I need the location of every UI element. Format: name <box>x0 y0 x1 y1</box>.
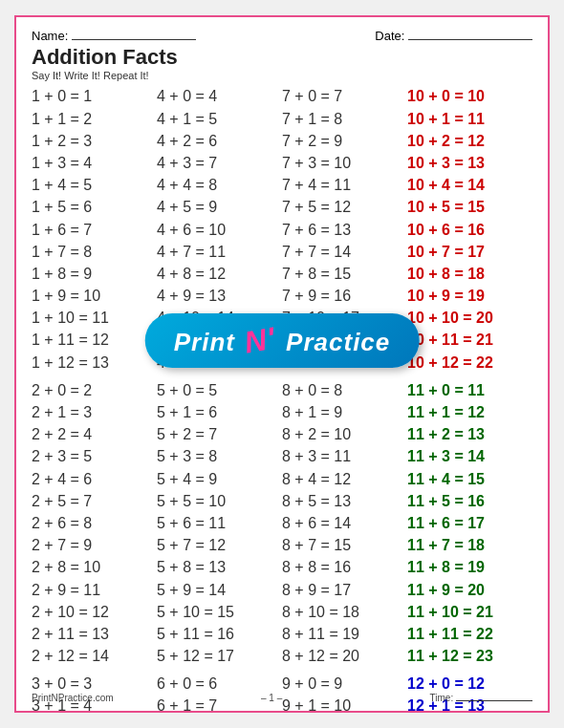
fact-item: 7 + 4 = 11 <box>282 174 407 196</box>
col-1-0: 2 + 0 = 22 + 1 = 32 + 2 = 42 + 3 = 52 + … <box>32 379 157 667</box>
fact-item: 11 + 4 = 15 <box>407 468 532 490</box>
fact-item: 3 + 0 = 3 <box>32 673 157 695</box>
fact-item: 4 + 1 = 5 <box>157 108 282 130</box>
fact-item: 2 + 0 = 2 <box>32 379 157 401</box>
fact-item: 1 + 5 = 6 <box>32 196 157 218</box>
fact-item: 4 + 9 = 13 <box>157 285 282 307</box>
fact-item: 10 + 3 = 13 <box>407 152 532 174</box>
fact-item: 8 + 5 = 13 <box>282 490 407 512</box>
fact-item: 8 + 2 = 10 <box>282 423 407 445</box>
fact-item: 6 + 0 = 6 <box>157 673 282 695</box>
fact-item: 7 + 2 = 9 <box>282 130 407 152</box>
fact-item: 4 + 4 = 8 <box>157 174 282 196</box>
fact-item: 1 + 2 = 3 <box>32 130 157 152</box>
fact-item: 2 + 1 = 3 <box>32 401 157 423</box>
fact-item: 11 + 11 = 22 <box>407 623 532 645</box>
fact-item: 4 + 7 = 11 <box>157 241 282 263</box>
col-1-1: 5 + 0 = 55 + 1 = 65 + 2 = 75 + 3 = 85 + … <box>157 379 282 667</box>
fact-item: 1 + 10 = 11 <box>32 307 157 329</box>
page-number: – 1 – <box>114 693 430 703</box>
fact-item: 2 + 12 = 14 <box>32 645 157 667</box>
fact-item: 4 + 6 = 10 <box>157 219 282 241</box>
fact-item: 2 + 2 = 4 <box>32 423 157 445</box>
fact-item: 8 + 0 = 8 <box>282 379 407 401</box>
fact-item: 2 + 8 = 10 <box>32 556 157 578</box>
fact-item: 8 + 3 = 11 <box>282 445 407 467</box>
fact-item: 7 + 0 = 7 <box>282 85 407 107</box>
col-1-2: 8 + 0 = 88 + 1 = 98 + 2 = 108 + 3 = 118 … <box>282 379 407 667</box>
fact-item: 1 + 6 = 7 <box>32 219 157 241</box>
fact-item: 2 + 9 = 11 <box>32 579 157 601</box>
fact-item: 4 + 2 = 6 <box>157 130 282 152</box>
fact-item: 7 + 7 = 14 <box>282 241 407 263</box>
fact-item: 8 + 10 = 18 <box>282 601 407 623</box>
name-line <box>72 39 196 40</box>
fact-item: 5 + 3 = 8 <box>157 445 282 467</box>
fact-item: 5 + 11 = 16 <box>157 623 282 645</box>
col-1-3: 11 + 0 = 1111 + 1 = 1211 + 2 = 1311 + 3 … <box>407 379 532 667</box>
fact-item: 7 + 9 = 16 <box>282 285 407 307</box>
fact-item: 10 + 1 = 11 <box>407 108 532 130</box>
fact-item: 5 + 2 = 7 <box>157 423 282 445</box>
footer: PrintNPractice.com – 1 – Time: <box>32 693 532 703</box>
time-line <box>456 700 532 701</box>
fact-item: 8 + 4 = 12 <box>282 468 407 490</box>
col-0-0: 1 + 0 = 11 + 1 = 21 + 2 = 31 + 3 = 41 + … <box>32 85 157 373</box>
fact-item: 1 + 0 = 1 <box>32 85 157 107</box>
date-label: Date: <box>375 29 532 43</box>
fact-item: 2 + 5 = 7 <box>32 490 157 512</box>
fact-item: 8 + 7 = 15 <box>282 534 407 556</box>
fact-item: 5 + 1 = 6 <box>157 401 282 423</box>
fact-item: 2 + 6 = 8 <box>32 512 157 534</box>
logo-banner: Print N' Practice <box>145 313 420 368</box>
fact-item: 10 + 10 = 20 <box>407 307 532 329</box>
fact-item: 5 + 7 = 12 <box>157 534 282 556</box>
col-0-3: 10 + 0 = 1010 + 1 = 1110 + 2 = 1210 + 3 … <box>407 85 532 373</box>
fact-item: 10 + 0 = 10 <box>407 85 532 107</box>
logo-text: Print N' Practice <box>174 328 391 356</box>
fact-item: 11 + 8 = 19 <box>407 556 532 578</box>
fact-item: 5 + 0 = 5 <box>157 379 282 401</box>
fact-item: 4 + 3 = 7 <box>157 152 282 174</box>
fact-item: 11 + 9 = 20 <box>407 579 532 601</box>
fact-item: 9 + 0 = 9 <box>282 673 407 695</box>
fact-item: 11 + 7 = 18 <box>407 534 532 556</box>
fact-item: 10 + 11 = 21 <box>407 329 532 351</box>
fact-item: 1 + 1 = 2 <box>32 108 157 130</box>
fact-item: 12 + 0 = 12 <box>407 673 532 695</box>
fact-item: 2 + 11 = 13 <box>32 623 157 645</box>
fact-item: 10 + 6 = 16 <box>407 219 532 241</box>
fact-item: 5 + 9 = 14 <box>157 579 282 601</box>
fact-item: 11 + 12 = 23 <box>407 645 532 667</box>
fact-item: 11 + 3 = 14 <box>407 445 532 467</box>
fact-item: 5 + 6 = 11 <box>157 512 282 534</box>
fact-item: 8 + 8 = 16 <box>282 556 407 578</box>
fact-item: 1 + 11 = 12 <box>32 329 157 351</box>
fact-item: 10 + 8 = 18 <box>407 263 532 285</box>
fact-item: 10 + 4 = 14 <box>407 174 532 196</box>
fact-item: 4 + 0 = 4 <box>157 85 282 107</box>
fact-item: 10 + 9 = 19 <box>407 285 532 307</box>
time-label: Time: <box>430 693 532 703</box>
fact-item: 8 + 1 = 9 <box>282 401 407 423</box>
fact-item: 8 + 6 = 14 <box>282 512 407 534</box>
fact-item: 11 + 5 = 16 <box>407 490 532 512</box>
page-title: Addition Facts <box>32 45 532 70</box>
fact-item: 7 + 5 = 12 <box>282 196 407 218</box>
worksheet-page: Name: Date: Addition Facts Say It! Write… <box>14 15 550 713</box>
fact-item: 10 + 7 = 17 <box>407 241 532 263</box>
fact-item: 4 + 5 = 9 <box>157 196 282 218</box>
page-subtitle: Say It! Write It! Repeat It! <box>32 70 532 81</box>
fact-item: 8 + 11 = 19 <box>282 623 407 645</box>
fact-item: 11 + 2 = 13 <box>407 423 532 445</box>
fact-item: 1 + 4 = 5 <box>32 174 157 196</box>
fact-item: 5 + 10 = 15 <box>157 601 282 623</box>
fact-item: 1 + 8 = 9 <box>32 263 157 285</box>
section-2: 2 + 0 = 22 + 1 = 32 + 2 = 42 + 3 = 52 + … <box>32 379 532 667</box>
fact-item: 1 + 3 = 4 <box>32 152 157 174</box>
fact-item: 5 + 4 = 9 <box>157 468 282 490</box>
header-row: Name: Date: <box>32 29 532 43</box>
fact-item: 7 + 6 = 13 <box>282 219 407 241</box>
fact-item: 1 + 12 = 13 <box>32 352 157 374</box>
fact-item: 5 + 8 = 13 <box>157 556 282 578</box>
